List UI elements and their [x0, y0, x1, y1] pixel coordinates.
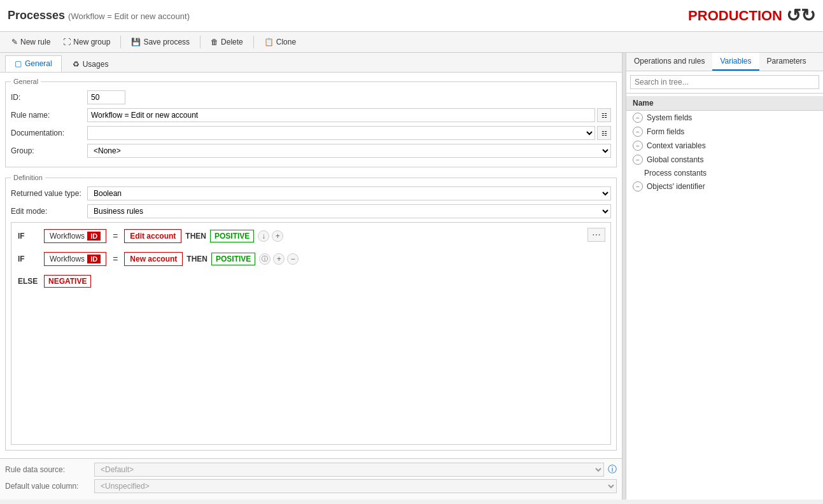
tab-variables[interactable]: Variables	[712, 53, 759, 71]
remove-btn-2[interactable]: −	[287, 253, 299, 265]
new-group-button[interactable]: ⛶ New group	[58, 36, 115, 48]
bottom-area: Rule data source: <Default> ⓘ Default va…	[0, 458, 622, 500]
tab-usages[interactable]: ♻ Usages	[63, 55, 118, 72]
tree-item-global-constants[interactable]: − Global constants	[626, 153, 823, 167]
if-keyword-1: IF	[18, 232, 40, 241]
app-title: Processes (Workflow = Edit or new accoun…	[8, 9, 190, 22]
rule-editor: ⋯ IF Workflows ID = Edit account THEN	[11, 222, 611, 445]
add-btn-1[interactable]: +	[272, 230, 283, 242]
right-search-area	[626, 71, 823, 94]
group-row: Group: <None>	[11, 144, 611, 158]
new-rule-button[interactable]: ✎ New rule	[6, 36, 55, 48]
documentation-select[interactable]	[87, 126, 595, 140]
condition-box-2[interactable]: Workflows ID	[44, 252, 106, 266]
tree-item-form-fields[interactable]: − Form fields	[626, 125, 823, 139]
tree-label-form-fields: Form fields	[647, 127, 684, 136]
tree-item-context-variables[interactable]: − Context variables	[626, 139, 823, 153]
negative-badge[interactable]: NEGATIVE	[44, 275, 91, 288]
tree-item-system-fields[interactable]: − System fields	[626, 111, 823, 125]
rule-name-input-area: ☷	[87, 108, 611, 122]
info-btn-2[interactable]: ⓘ	[259, 253, 271, 265]
right-panel: Operations and rules Variables Parameter…	[626, 53, 823, 500]
main-tabs: ▢ General ♻ Usages	[0, 53, 622, 73]
clone-icon: 📋	[264, 38, 274, 46]
general-legend: General	[11, 78, 41, 85]
rule-row-1: IF Workflows ID = Edit account THEN POSI…	[18, 229, 604, 243]
general-fieldset: General ID: Rule name: ☷ Documentation:	[5, 78, 617, 167]
documentation-row: Documentation: ☷	[11, 126, 611, 140]
edit-mode-row: Edit mode: Business rules	[11, 204, 611, 218]
save-icon: 💾	[131, 38, 141, 46]
add-btn-2[interactable]: +	[273, 253, 285, 265]
more-options-button[interactable]: ⋯	[587, 228, 605, 242]
tab-general[interactable]: ▢ General	[5, 55, 62, 72]
delete-label: Delete	[221, 38, 243, 46]
separator-2	[200, 36, 200, 48]
right-tabs: Operations and rules Variables Parameter…	[626, 53, 823, 71]
rule-actions-2: ⓘ + −	[259, 253, 299, 265]
production-icon: ↺↻	[786, 5, 815, 26]
save-process-button[interactable]: 💾 Save process	[126, 36, 195, 48]
equals-1: =	[113, 231, 118, 241]
new-group-icon: ⛶	[63, 38, 71, 46]
app-title-text: Processes	[8, 9, 65, 22]
rule-name-icon-btn[interactable]: ☷	[597, 108, 611, 122]
positive-badge-2[interactable]: POSITIVE	[211, 253, 255, 265]
separator-1	[120, 36, 121, 48]
rule-actions-1: ↓ +	[258, 230, 283, 242]
rule-name-row: Rule name: ☷	[11, 108, 611, 122]
tree-search-input[interactable]	[630, 75, 819, 89]
tab-operations-rules[interactable]: Operations and rules	[626, 53, 712, 71]
value-text-1: Edit account	[130, 232, 176, 241]
tree-icon-objects-identifier: −	[633, 181, 643, 192]
clone-label: Clone	[276, 38, 296, 46]
usages-tab-icon: ♻	[73, 60, 80, 69]
data-source-label: Rule data source:	[5, 465, 94, 474]
general-tab-label: General	[25, 59, 52, 68]
tree-label-system-fields: System fields	[647, 113, 692, 122]
tree-item-objects-identifier[interactable]: − Objects' identifier	[626, 179, 823, 193]
else-row: ELSE NEGATIVE	[18, 275, 604, 288]
operations-rules-label: Operations and rules	[634, 57, 705, 66]
edit-mode-select[interactable]: Business rules	[87, 204, 611, 218]
tree-header: Name	[626, 96, 823, 111]
parameters-label: Parameters	[767, 57, 806, 66]
id-badge-2: ID	[87, 255, 101, 263]
usages-tab-label: Usages	[83, 60, 109, 69]
then-keyword-2: THEN	[186, 255, 208, 263]
tree-label-objects-identifier: Objects' identifier	[647, 182, 705, 191]
move-up-btn-1[interactable]: ↓	[258, 230, 269, 242]
separator-3	[253, 36, 254, 48]
returned-value-select[interactable]: Boolean	[87, 186, 611, 200]
general-tab-icon: ▢	[15, 59, 22, 68]
default-value-row: Default value column: <Unspecified>	[5, 479, 617, 493]
value-box-1[interactable]: Edit account	[124, 229, 181, 243]
default-value-select[interactable]: <Unspecified>	[94, 479, 617, 493]
rule-name-input[interactable]	[87, 108, 595, 122]
new-rule-icon: ✎	[11, 38, 18, 46]
value-text-2: New account	[130, 255, 177, 263]
documentation-icon-btn[interactable]: ☷	[597, 126, 611, 140]
group-select[interactable]: <None>	[87, 144, 611, 158]
positive-badge-1[interactable]: POSITIVE	[210, 230, 254, 242]
tab-parameters[interactable]: Parameters	[759, 53, 814, 71]
save-process-label: Save process	[143, 38, 190, 46]
tree-icon-global-constants: −	[633, 155, 643, 165]
edit-mode-label: Edit mode:	[11, 207, 87, 216]
data-source-info-icon[interactable]: ⓘ	[608, 464, 617, 475]
condition-box-1[interactable]: Workflows ID	[44, 229, 106, 243]
else-keyword: ELSE	[18, 277, 40, 286]
value-box-2[interactable]: New account	[124, 252, 183, 266]
tree-icon-context-variables: −	[633, 141, 643, 151]
new-group-label: New group	[73, 38, 110, 46]
delete-button[interactable]: 🗑 Delete	[206, 36, 248, 48]
definition-fieldset: Definition Returned value type: Boolean …	[5, 174, 617, 451]
content-area: General ID: Rule name: ☷ Documentation:	[0, 73, 622, 458]
data-source-select[interactable]: <Default>	[94, 463, 604, 477]
id-input[interactable]	[87, 90, 125, 104]
definition-legend: Definition	[11, 174, 45, 181]
tree-label-process-constants: Process constants	[644, 169, 707, 178]
clone-button[interactable]: 📋 Clone	[259, 36, 301, 48]
id-badge-1: ID	[87, 232, 101, 241]
tree-item-process-constants[interactable]: Process constants	[626, 167, 823, 179]
